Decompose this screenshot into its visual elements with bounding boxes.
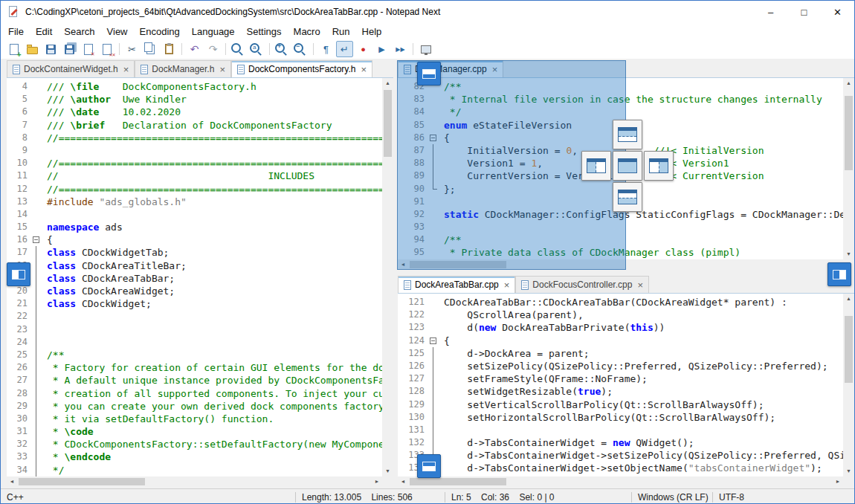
menu-item-search[interactable]: Search [58,25,100,39]
editor-bottom-right[interactable]: 121CDockAreaTabBar::CDockAreaTabBar(CDoc… [398,294,843,476]
status-encoding[interactable]: UTF-8 [713,492,778,503]
fold-marker[interactable] [428,335,439,347]
save-all-button[interactable] [61,41,78,57]
menu-item-file[interactable]: File [2,25,30,39]
scroll-left-icon[interactable]: ◄ [398,476,408,487]
scroll-left-icon[interactable]: ◄ [7,476,17,487]
word-wrap-button[interactable]: ↵ [336,41,353,57]
status-language[interactable]: C++ [1,492,295,503]
fold-marker [30,450,42,463]
cut-button[interactable]: ✂ [123,41,141,57]
tab-close-icon[interactable]: × [123,64,129,75]
scroll-up-icon[interactable]: ▲ [382,78,393,88]
menu-item-view[interactable]: View [101,25,134,39]
code-line: 34 */ [7,464,382,476]
close-button[interactable] [80,41,97,57]
editor-tab[interactable]: DockManager.h× [135,60,231,77]
tab-label: DockFocusController.cpp [532,280,632,290]
editor-tab[interactable]: DockContainerWidget.h× [7,60,135,77]
status-eol-format[interactable]: Windows (CR LF) [632,492,712,503]
scroll-down-icon[interactable]: ▼ [843,466,854,476]
menu-item-run[interactable]: Run [326,25,356,39]
copy-button[interactable] [142,41,159,57]
macro-record-button[interactable]: ● [355,41,372,57]
scrollbar-thumb[interactable] [845,96,853,170]
vertical-scrollbar[interactable]: ▲ ▼ [843,78,854,259]
line-number: 132 [398,436,428,449]
maximize-button[interactable]: □ [787,1,821,23]
menu-item-macro[interactable]: Macro [288,25,326,39]
fold-column [428,308,439,321]
redo-button[interactable]: ↷ [204,41,222,57]
macro-play-button[interactable]: ▶ [373,41,390,57]
save-button[interactable] [42,41,59,57]
dock-right-icon [649,158,668,173]
app-icon [7,6,19,18]
new-file-button[interactable] [5,41,22,57]
close-button[interactable]: ✕ [821,1,854,23]
tab-close-icon[interactable]: × [361,64,367,75]
tab-close-icon[interactable]: × [637,280,643,291]
scroll-up-icon[interactable]: ▲ [843,78,854,88]
menu-item-settings[interactable]: Settings [241,25,288,39]
drop-indicator-center[interactable] [613,151,642,181]
code-text: setHorizontalScrollBarPolicy(Qt::ScrollB… [439,411,775,424]
scrollbar-thumb[interactable] [19,478,145,485]
close-all-button[interactable] [98,41,115,57]
scrollbar-thumb[interactable] [410,478,506,485]
code-line: 12//====================================… [7,183,382,196]
container-drop-indicator-top[interactable] [417,62,441,85]
toolbar-separator [313,43,314,55]
menu-item-language[interactable]: Language [186,25,241,39]
line-number: 10 [7,157,30,169]
container-drop-indicator-bottom[interactable] [417,454,441,478]
line-number: 4 [7,80,30,93]
paste-button[interactable] [161,41,178,57]
horizontal-scrollbar[interactable]: ◄ ► [398,476,843,487]
scrollbar-thumb[interactable] [845,316,853,383]
vertical-scrollbar[interactable]: ▲ ▼ [843,294,854,476]
scroll-down-icon[interactable]: ▼ [843,249,854,259]
container-drop-indicator-left[interactable] [7,262,30,286]
tab-close-icon[interactable]: × [504,280,510,291]
scrollbar-thumb[interactable] [384,90,392,157]
scroll-right-icon[interactable]: ► [833,476,843,487]
horizontal-scrollbar[interactable]: ◄ ► [7,476,382,487]
drop-indicator-top[interactable] [613,120,642,149]
scroll-down-icon[interactable]: ▼ [382,466,393,476]
replace-button[interactable] [248,41,265,57]
editor-tab[interactable]: DockAreaTabBar.cpp× [398,276,515,293]
tab-close-icon[interactable]: × [219,64,225,75]
line-number: 6 [7,106,30,118]
find-button[interactable] [230,41,247,57]
macro-run-multiple-button[interactable]: ▶▶ [392,41,409,57]
scroll-up-icon[interactable]: ▲ [843,294,854,304]
menu-item-help[interactable]: Help [356,25,388,39]
minimize-button[interactable]: – [754,1,787,23]
fold-marker [30,259,42,272]
fold-marker[interactable] [30,233,42,246]
zoom-in-button[interactable] [274,41,291,57]
window-layout-button[interactable] [417,41,434,57]
drop-indicator-right[interactable] [644,151,674,181]
menu-item-encoding[interactable]: Encoding [134,25,186,39]
fold-marker [428,436,439,449]
open-file-button[interactable] [24,41,41,57]
show-all-characters-button[interactable]: ¶ [317,41,335,57]
menu-item-edit[interactable]: Edit [30,25,58,39]
editor-tab[interactable]: DockComponentsFactory.h× [231,60,372,77]
drop-indicator-left[interactable] [581,151,611,181]
vertical-scrollbar[interactable]: ▲ ▼ [382,78,393,476]
editor-tab[interactable]: DockFocusController.cpp× [515,276,649,293]
scroll-right-icon[interactable]: ► [372,476,382,487]
fold-marker [428,385,439,398]
container-drop-indicator-right[interactable] [827,262,851,286]
code-line: 32 * CDockComponentsFactory::setDefaultF… [7,438,382,450]
editor-left[interactable]: 4/// \file DockComponentsFactory.h5/// \… [7,78,382,476]
drop-indicator-bottom[interactable] [613,182,642,212]
undo-button[interactable]: ↶ [186,41,203,57]
title-bar[interactable]: C:\CodingXP\cetoni_projects_64bit\QtAdva… [1,1,854,23]
fold-marker [428,372,439,385]
zoom-out-button[interactable] [292,41,309,57]
code-line: 20class CDockAreaWidget; [7,285,382,297]
